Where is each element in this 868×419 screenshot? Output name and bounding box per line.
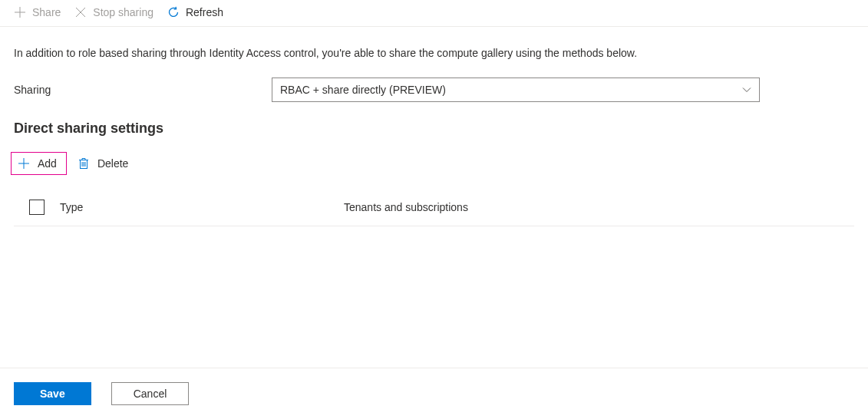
plus-icon: [18, 157, 30, 170]
description-text: In addition to role based sharing throug…: [0, 27, 868, 59]
sharing-row: Sharing RBAC + share directly (PREVIEW): [0, 59, 868, 102]
delete-button[interactable]: Delete: [74, 153, 137, 174]
chevron-down-icon: [742, 85, 751, 94]
add-label: Add: [38, 157, 57, 170]
x-icon: [74, 6, 87, 18]
save-button[interactable]: Save: [14, 382, 91, 405]
stop-sharing-button[interactable]: Stop sharing: [74, 6, 153, 18]
cancel-button[interactable]: Cancel: [111, 382, 190, 405]
footer: Save Cancel: [0, 368, 868, 419]
add-button[interactable]: Add: [11, 152, 67, 175]
share-button[interactable]: Share: [14, 6, 61, 18]
table-header: Type Tenants and subscriptions: [14, 200, 854, 226]
delete-label: Delete: [97, 157, 128, 170]
refresh-button[interactable]: Refresh: [167, 6, 223, 18]
sharing-select[interactable]: RBAC + share directly (PREVIEW): [272, 78, 760, 102]
section-heading: Direct sharing settings: [0, 102, 868, 137]
select-all-checkbox[interactable]: [29, 200, 45, 215]
toolbar: Share Stop sharing Refresh: [0, 0, 868, 27]
sharing-label: Sharing: [14, 84, 272, 96]
type-column-header: Type: [60, 201, 344, 213]
trash-icon: [78, 157, 90, 170]
refresh-icon: [167, 6, 180, 18]
sharing-table: Type Tenants and subscriptions: [14, 200, 854, 226]
share-label: Share: [32, 6, 61, 18]
action-row: Add Delete: [0, 137, 868, 175]
tenants-column-header: Tenants and subscriptions: [344, 201, 468, 213]
refresh-label: Refresh: [186, 6, 223, 18]
select-all-cell: [14, 200, 60, 215]
sharing-select-value: RBAC + share directly (PREVIEW): [280, 84, 446, 96]
stop-sharing-label: Stop sharing: [93, 6, 153, 18]
plus-icon: [14, 6, 26, 18]
